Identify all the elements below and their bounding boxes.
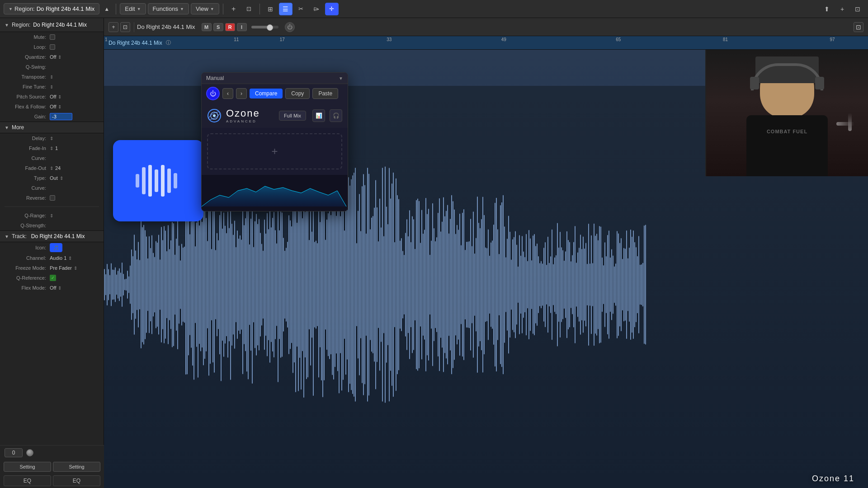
more-section-header[interactable]: ▼ More <box>0 122 104 133</box>
ozone-power-row: ⏻ <box>206 87 220 100</box>
region-btn[interactable]: ⊡ <box>242 3 256 15</box>
grid-icon-btn[interactable]: ⊞ <box>264 3 277 15</box>
ozone-fullmix-btn[interactable]: Full Mix <box>279 111 306 121</box>
mute-btn[interactable]: M <box>202 23 212 31</box>
setting1-btn[interactable]: Setting <box>4 462 51 472</box>
midi-icon-btn[interactable]: ✛ <box>325 3 339 15</box>
ozone-power-btn[interactable]: ⏻ <box>206 87 220 100</box>
input-btn[interactable]: I <box>237 23 247 31</box>
svg-rect-357 <box>588 224 589 346</box>
svg-rect-19 <box>130 266 131 304</box>
ruler-mark-1: 1 <box>105 37 108 42</box>
qreference-checkbox[interactable]: ✓ <box>50 275 56 281</box>
finetune-arrows[interactable]: ⇕ <box>50 84 53 89</box>
view-menu[interactable]: View ▼ <box>191 3 219 14</box>
flexfollow-value: Off <box>50 104 56 109</box>
power-btn[interactable]: ⏻ <box>285 22 295 32</box>
svg-rect-366 <box>600 226 601 343</box>
ozone-meter-btn[interactable]: 📊 <box>312 109 325 122</box>
flexmode-row: Flex Mode: Off ⇕ <box>0 283 104 293</box>
eq2-btn[interactable]: EQ <box>53 475 100 486</box>
pitchsource-arrows[interactable]: ⇕ <box>58 94 61 99</box>
svg-rect-372 <box>609 230 609 339</box>
svg-rect-282 <box>486 248 487 321</box>
ozone-copy-btn[interactable]: Copy <box>285 88 310 99</box>
svg-rect-327 <box>547 237 548 333</box>
list-icon-btn[interactable]: ☰ <box>279 3 292 15</box>
add-icon-btn[interactable]: + <box>835 3 849 15</box>
ozone-add-area[interactable]: + <box>207 133 342 169</box>
svg-rect-330 <box>552 230 552 340</box>
svg-rect-255 <box>450 219 451 351</box>
add-track-btn[interactable]: + <box>227 3 241 15</box>
add-btn[interactable]: + <box>108 22 118 32</box>
quantize-arrows[interactable]: ⇕ <box>58 55 61 60</box>
cursor-icon-btn[interactable]: ⬆ <box>820 3 834 15</box>
scissor-icon-btn[interactable]: ✂ <box>294 3 308 15</box>
svg-rect-352 <box>581 249 582 320</box>
svg-rect-325 <box>545 242 546 327</box>
svg-rect-361 <box>594 224 594 346</box>
type-arrows[interactable]: ⇕ <box>60 176 63 181</box>
svg-rect-53 <box>176 239 177 331</box>
svg-rect-329 <box>550 256 551 313</box>
loop-checkbox[interactable] <box>50 44 55 50</box>
eq1-btn[interactable]: EQ <box>4 475 51 486</box>
svg-rect-80 <box>212 207 213 362</box>
track-section-header[interactable]: ▼ Track: Do Right 24b 44.1 Mix <box>0 230 104 242</box>
waveform-area[interactable]: 1 Manual ▼ ⏻ ‹ › Compare <box>104 50 868 488</box>
record-btn[interactable]: R <box>225 23 235 31</box>
svg-rect-184 <box>354 173 354 397</box>
svg-rect-401 <box>142 167 146 194</box>
ozone-headphone-btn[interactable]: 🎧 <box>330 109 342 122</box>
collapse-btn[interactable]: ⊡ <box>854 22 863 32</box>
region-btn[interactable]: ⊡ <box>120 22 130 32</box>
fader-value[interactable]: 0 <box>5 448 23 457</box>
svg-rect-0 <box>104 269 105 300</box>
fader-knob[interactable] <box>26 449 33 456</box>
setting2-btn[interactable]: Setting <box>53 462 100 472</box>
svg-rect-346 <box>573 242 574 328</box>
svg-rect-188 <box>359 194 360 375</box>
ozone-paste-btn[interactable]: Paste <box>312 88 338 99</box>
ozone-back-btn[interactable]: ‹ <box>222 88 233 99</box>
flex-icon-btn[interactable]: ⌲ <box>310 3 323 15</box>
volume-control <box>251 26 278 28</box>
maximize-icon-btn[interactable]: ⊡ <box>851 3 864 15</box>
webcam-bg: COMBAT FUEL <box>706 50 868 176</box>
channel-arrows[interactable]: ⇕ <box>68 256 72 261</box>
region-label: Region: <box>14 5 35 12</box>
delay-arrows[interactable]: ⇕ <box>50 136 53 141</box>
reverse-checkbox[interactable] <box>50 195 55 201</box>
finetune-label: Fine Tune: <box>5 84 50 89</box>
svg-rect-189 <box>360 231 361 338</box>
solo-btn[interactable]: S <box>213 23 223 31</box>
edit-menu[interactable]: Edit ▼ <box>120 3 146 14</box>
track-icon[interactable]: 🎵 <box>50 243 62 252</box>
fadein-spin[interactable]: ⇕ <box>50 146 53 151</box>
ozone-forward-btn[interactable]: › <box>236 88 247 99</box>
manual-dropdown[interactable]: Manual ▼ <box>202 73 348 84</box>
svg-rect-328 <box>549 263 550 307</box>
transpose-arrows[interactable]: ⇕ <box>50 75 53 80</box>
mute-row: Mute: <box>0 32 104 42</box>
mute-checkbox[interactable] <box>50 34 55 40</box>
qrange-arrows[interactable]: ⇕ <box>50 213 53 218</box>
fadeout-spin[interactable]: ⇕ <box>50 166 53 171</box>
reverse-row: Reverse: <box>0 193 104 203</box>
channel-label: Channel: <box>5 255 50 261</box>
ozone-compare-btn[interactable]: Compare <box>250 89 283 99</box>
toolbar-up-btn[interactable]: ▲ <box>101 5 112 13</box>
svg-rect-46 <box>166 251 167 319</box>
svg-rect-6 <box>112 270 113 300</box>
svg-rect-10 <box>118 271 118 298</box>
flexmode-arrows[interactable]: ⇕ <box>58 286 61 291</box>
volume-slider[interactable] <box>251 26 278 28</box>
freezemode-arrows[interactable]: ⇕ <box>74 266 77 271</box>
svg-rect-144 <box>299 211 300 358</box>
functions-menu[interactable]: Functions ▼ <box>148 3 189 14</box>
svg-rect-243 <box>434 228 434 341</box>
ozone-logo-text: Ozone <box>226 108 260 119</box>
flexfollow-arrows[interactable]: ⇕ <box>58 104 61 109</box>
gain-input[interactable] <box>50 113 72 120</box>
